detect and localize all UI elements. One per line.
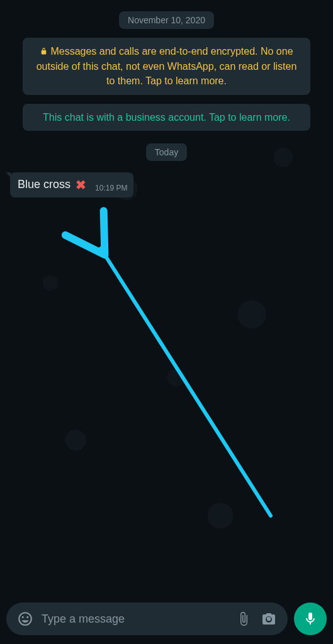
chat-content-area: November 10, 2020 Messages and calls are…	[0, 0, 333, 597]
emoji-icon[interactable]	[13, 606, 38, 631]
incoming-message-bubble[interactable]: Blue cross ✖ 10:19 PM	[10, 172, 133, 197]
cross-mark-icon: ✖	[76, 177, 86, 192]
message-text: Blue cross ✖	[18, 177, 86, 192]
camera-icon[interactable]	[256, 606, 281, 631]
message-input[interactable]	[38, 613, 231, 626]
voice-record-button[interactable]	[294, 602, 327, 635]
encryption-text: Messages and calls are end-to-end encryp…	[37, 46, 297, 86]
date-separator: November 10, 2020	[119, 11, 214, 29]
message-composer	[0, 597, 333, 644]
today-separator: Today	[146, 143, 187, 161]
message-timestamp: 10:19 PM	[95, 184, 127, 192]
business-account-banner[interactable]: This chat is with a business account. Ta…	[23, 104, 310, 131]
composer-input-wrap	[6, 602, 288, 635]
lock-icon	[40, 45, 48, 59]
business-text: This chat is with a business account. Ta…	[43, 112, 290, 123]
message-body: Blue cross	[18, 178, 71, 191]
attachment-icon[interactable]	[231, 606, 256, 631]
encryption-banner[interactable]: Messages and calls are end-to-end encryp…	[23, 38, 310, 95]
